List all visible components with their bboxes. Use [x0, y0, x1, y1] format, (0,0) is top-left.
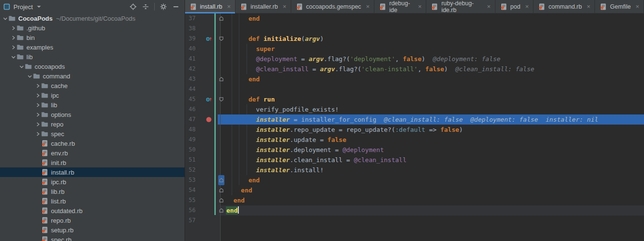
- fold-close-icon[interactable]: [218, 185, 224, 195]
- chevron-down-icon[interactable]: [26, 74, 33, 79]
- code-line-47[interactable]: 47 installer = installer_for_config@clea…: [185, 114, 644, 125]
- tree-item-bin[interactable]: bin: [0, 33, 185, 42]
- code-text[interactable]: end: [218, 74, 644, 84]
- chevron-right-icon[interactable]: [10, 25, 16, 31]
- code-text[interactable]: end: [218, 175, 644, 185]
- code-line-51[interactable]: 51 installer.clean_install = @clean_inst…: [185, 155, 644, 165]
- tree-item-ipc.rb[interactable]: ipc.rb: [0, 177, 185, 187]
- code-text[interactable]: @deployment = argv.flag?('deployment', f…: [218, 54, 644, 64]
- chevron-right-icon[interactable]: [34, 112, 41, 117]
- chevron-down-icon[interactable]: [10, 54, 16, 60]
- fold-close-icon[interactable]: [218, 74, 224, 84]
- tree-item-setup.rb[interactable]: setup.rb: [0, 225, 185, 235]
- code-text[interactable]: [218, 84, 644, 94]
- collapse-all-icon[interactable]: [142, 3, 149, 11]
- tree-item-install.rb[interactable]: install.rb: [0, 167, 185, 177]
- tree-item-repo[interactable]: repo: [0, 119, 185, 129]
- tab-installer.rb[interactable]: installer.rb×: [235, 0, 291, 13]
- code-line-42[interactable]: 42 @clean_install = argv.flag?('clean-in…: [185, 64, 644, 74]
- close-icon[interactable]: ×: [418, 3, 422, 10]
- code-text[interactable]: end: [218, 185, 644, 195]
- code-editor[interactable]: 37 end3839 def initialize(argv)40 super4…: [185, 13, 644, 241]
- code-text[interactable]: installer.clean_install = @clean_install: [218, 155, 644, 165]
- tree-item-options[interactable]: options: [0, 110, 185, 119]
- close-icon[interactable]: ×: [487, 3, 491, 10]
- code-text[interactable]: installer.update = false: [218, 135, 644, 145]
- tree-item-lib.rb[interactable]: lib.rb: [0, 187, 185, 196]
- code-line-40[interactable]: 40 super: [185, 44, 644, 54]
- tree-item-spec[interactable]: spec: [0, 129, 185, 139]
- fold-close-icon[interactable]: [218, 13, 224, 24]
- tree-item-list.rb[interactable]: list.rb: [0, 196, 185, 206]
- tree-item-env.rb[interactable]: env.rb: [0, 148, 185, 158]
- tree-item-repo.rb[interactable]: repo.rb: [0, 216, 185, 225]
- tree-item-lib[interactable]: lib: [0, 100, 185, 110]
- tab-ruby-debug-ide.rb[interactable]: ruby-debug-ide.rb×: [426, 0, 495, 13]
- settings-gear-icon[interactable]: [160, 3, 167, 11]
- close-icon[interactable]: ×: [635, 3, 639, 10]
- tab-Gemfile[interactable]: Gemfile×: [595, 0, 644, 13]
- tree-item-spec.rb[interactable]: spec.rb: [0, 235, 185, 241]
- code-line-38[interactable]: 38: [185, 24, 644, 34]
- code-line-54[interactable]: 54 end: [185, 185, 644, 195]
- tree-item-init.rb[interactable]: init.rb: [0, 158, 185, 167]
- code-text[interactable]: verify_podfile_exists!: [218, 104, 644, 114]
- close-icon[interactable]: ×: [283, 3, 286, 10]
- locate-icon[interactable]: [129, 3, 137, 11]
- tree-item-.github[interactable]: .github: [0, 23, 185, 33]
- chevron-right-icon[interactable]: [10, 35, 16, 40]
- code-line-39[interactable]: 39 def initialize(argv): [185, 34, 644, 44]
- tree-item-ipc[interactable]: ipc: [0, 90, 185, 100]
- tab-install.rb[interactable]: install.rb×: [185, 0, 235, 13]
- code-text[interactable]: installer = installer_for_config@clean_i…: [218, 114, 644, 125]
- code-line-57[interactable]: 57: [185, 216, 644, 226]
- tab-rdebug-ide[interactable]: rdebug-ide×: [374, 0, 426, 13]
- chevron-right-icon[interactable]: [34, 83, 41, 89]
- code-line-45[interactable]: 45 def run: [185, 94, 644, 104]
- code-line-50[interactable]: 50 installer.deployment = @deployment: [185, 145, 644, 155]
- close-icon[interactable]: ×: [227, 3, 231, 10]
- code-text[interactable]: [218, 216, 644, 226]
- code-line-44[interactable]: 44: [185, 84, 644, 94]
- tree-item-CocoaPods[interactable]: CocoaPods~/Documents/git/CocoaPods: [0, 13, 185, 23]
- fold-close-icon[interactable]: [218, 175, 224, 185]
- code-line-41[interactable]: 41 @deployment = argv.flag?('deployment'…: [185, 54, 644, 64]
- code-line-49[interactable]: 49 installer.update = false: [185, 135, 644, 145]
- override-method-icon[interactable]: [198, 94, 212, 104]
- code-text[interactable]: def run: [218, 94, 644, 104]
- breakpoint-icon[interactable]: [198, 114, 212, 125]
- code-line-52[interactable]: 52 installer.install!: [185, 165, 644, 175]
- tree-item-cocoapods[interactable]: cocoapods: [0, 62, 185, 71]
- code-line-43[interactable]: 43 end: [185, 74, 644, 84]
- chevron-down-icon[interactable]: [18, 64, 25, 69]
- code-text[interactable]: installer.install!: [218, 165, 644, 175]
- close-icon[interactable]: ×: [587, 3, 591, 10]
- close-icon[interactable]: ×: [525, 3, 529, 10]
- tab-command.rb[interactable]: command.rb×: [533, 0, 595, 13]
- tree-item-command[interactable]: command: [0, 71, 185, 81]
- code-line-55[interactable]: 55 end: [185, 195, 644, 205]
- chevron-down-icon[interactable]: [1, 16, 8, 21]
- fold-close-icon[interactable]: [218, 205, 224, 216]
- code-text[interactable]: def initialize(argv): [218, 34, 644, 44]
- tree-item-cache.rb[interactable]: cache.rb: [0, 139, 185, 148]
- close-icon[interactable]: ×: [366, 3, 370, 10]
- tab-cocoapods.gemspec[interactable]: cocoapods.gemspec×: [291, 0, 374, 13]
- chevron-right-icon[interactable]: [34, 131, 41, 137]
- tree-item-outdated.rb[interactable]: outdated.rb: [0, 206, 185, 216]
- code-text[interactable]: [218, 24, 644, 34]
- code-text[interactable]: installer.repo_update = repo_update?(:de…: [218, 125, 644, 135]
- tree-item-lib[interactable]: lib: [0, 52, 185, 62]
- code-line-53[interactable]: 53 end: [185, 175, 644, 185]
- fold-open-icon[interactable]: [218, 34, 224, 44]
- tab-pod[interactable]: pod×: [495, 0, 533, 13]
- hide-panel-icon[interactable]: [172, 3, 180, 11]
- override-method-icon[interactable]: [198, 34, 212, 44]
- chevron-right-icon[interactable]: [34, 122, 41, 127]
- tree-item-examples[interactable]: examples: [0, 42, 185, 52]
- project-view-selector[interactable]: Project: [3, 3, 41, 11]
- tree-item-cache[interactable]: cache: [0, 81, 185, 90]
- code-text[interactable]: end: [218, 13, 644, 24]
- chevron-right-icon[interactable]: [10, 45, 16, 50]
- code-text[interactable]: end: [218, 205, 644, 216]
